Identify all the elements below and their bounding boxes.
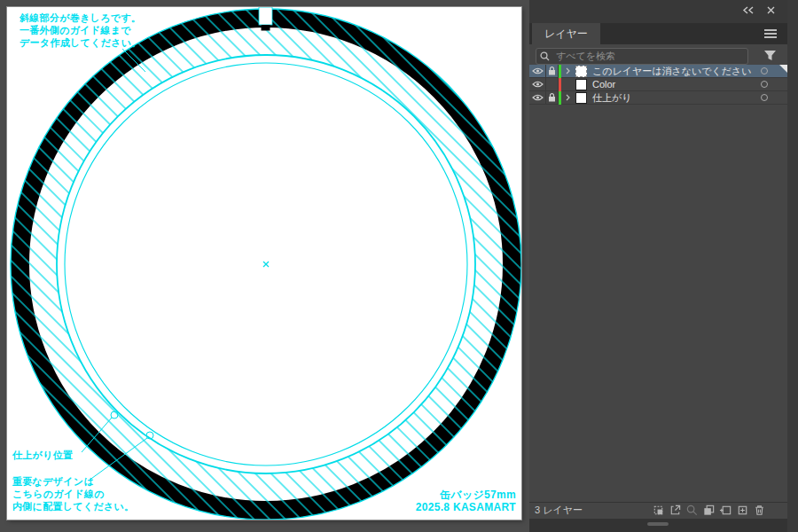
locate-object-icon[interactable] [685, 504, 699, 517]
lock-toggle-empty[interactable] [546, 78, 559, 91]
product-name: 缶バッジ57mm [416, 489, 516, 501]
wrap-note-line1: 斜線部分が巻きしろです。 [20, 12, 142, 24]
panel-dock: レイヤー すべてを検索 [529, 0, 798, 532]
layer-name[interactable]: Color [592, 79, 761, 90]
layers-panel: レイヤー すべてを検索 [529, 0, 787, 532]
new-sublayer-icon[interactable] [719, 504, 732, 517]
product-credit: 2025.8 KASAMART [416, 501, 516, 513]
make-clipping-mask-icon[interactable] [702, 504, 716, 517]
finish-position-label: 仕上がり位置 [12, 449, 73, 461]
lock-icon [548, 93, 556, 102]
collect-for-export-icon[interactable] [652, 504, 665, 517]
artboard: 斜線部分が巻きしろです。 一番外側のガイド線まで データ作成してください。 仕上… [7, 7, 521, 520]
lock-toggle[interactable] [546, 65, 559, 78]
expand-arrow-icon[interactable] [561, 65, 574, 78]
layer-row-finish[interactable]: 仕上がり [529, 91, 787, 105]
lock-toggle[interactable] [546, 91, 559, 105]
scrollbar-track[interactable] [529, 519, 787, 532]
scrollbar-handle[interactable] [647, 522, 669, 526]
layer-list: このレイヤーは消さないでください C [529, 65, 787, 105]
export-icon[interactable] [669, 504, 682, 517]
search-input[interactable]: すべてを検索 [536, 48, 748, 65]
layer-name[interactable]: 仕上がり [592, 91, 761, 105]
pin-notch [259, 7, 272, 25]
visibility-toggle[interactable] [529, 91, 546, 105]
expand-arrow-icon[interactable] [561, 91, 574, 105]
collapse-panel-icon[interactable] [742, 6, 755, 14]
lock-icon [548, 66, 556, 75]
safe-note-line3: 内側に配置してください。 [12, 500, 134, 512]
panel-menu-icon[interactable] [764, 29, 777, 39]
expand-arrow-empty [561, 78, 574, 91]
layer-name[interactable]: このレイヤーは消さないでください [592, 65, 761, 78]
wrap-note-line3: データ作成してください。 [20, 36, 142, 49]
target-circle[interactable] [761, 81, 768, 88]
chevron-right-icon [566, 94, 570, 101]
badge-template-drawing [7, 7, 521, 520]
eye-icon [532, 81, 544, 88]
eye-icon [532, 94, 544, 101]
target-circle[interactable] [761, 94, 768, 101]
eye-icon [532, 67, 544, 74]
layer-row-keep[interactable]: このレイヤーは消さないでください [529, 65, 787, 78]
search-icon [540, 51, 550, 61]
visibility-toggle[interactable] [529, 65, 546, 78]
safe-note-line2: こちらのガイド線の [12, 488, 134, 500]
layer-thumbnail[interactable] [575, 79, 587, 90]
pasteboard: 斜線部分が巻きしろです。 一番外側のガイド線まで データ作成してください。 仕上… [0, 0, 529, 532]
chevron-right-icon [566, 67, 570, 74]
close-panel-icon[interactable] [767, 6, 775, 14]
new-layer-icon[interactable] [736, 504, 749, 517]
illustrator-workspace: 斜線部分が巻きしろです。 一番外側のガイド線まで データ作成してください。 仕上… [0, 0, 798, 532]
layer-count: 3 レイヤー [535, 504, 652, 517]
selected-indicator-triangle [779, 65, 787, 73]
tab-layers[interactable]: レイヤー [532, 23, 600, 44]
product-note: 缶バッジ57mm 2025.8 KASAMART [416, 489, 516, 513]
layer-thumbnail[interactable] [575, 66, 587, 77]
delete-layer-icon[interactable] [753, 504, 766, 517]
safe-note-line1: 重要なデザインは [12, 475, 134, 488]
panel-footer: 3 レイヤー [529, 502, 787, 518]
pin-notch-mark [262, 25, 270, 31]
panel-header [529, 0, 787, 23]
filter-icon[interactable] [763, 50, 777, 61]
visibility-toggle[interactable] [529, 78, 546, 91]
panel-tabbar: レイヤー [529, 23, 787, 44]
wrap-note: 斜線部分が巻きしろです。 一番外側のガイド線まで データ作成してください。 [20, 12, 142, 49]
safe-area-note: 重要なデザインは こちらのガイド線の 内側に配置してください。 [12, 475, 134, 512]
layer-thumbnail[interactable] [575, 92, 587, 104]
target-circle[interactable] [761, 67, 768, 74]
wrap-note-line2: 一番外側のガイド線まで [20, 24, 142, 36]
layer-row-color[interactable]: Color [529, 78, 787, 91]
